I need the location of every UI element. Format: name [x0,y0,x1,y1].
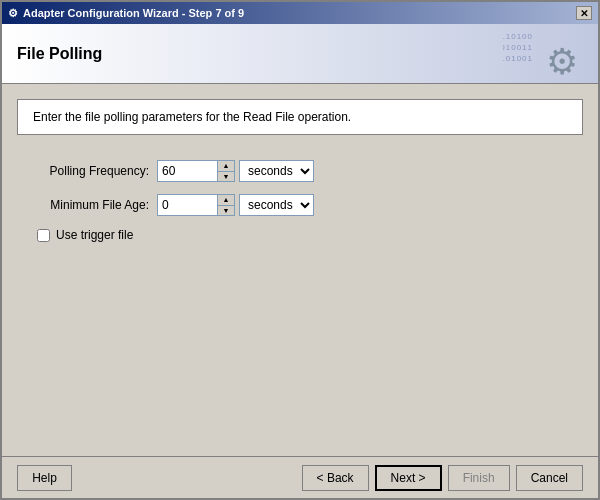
min-file-age-spinner: ▲ ▼ [157,194,235,216]
form-area: Polling Frequency: ▲ ▼ seconds minutes h… [17,155,583,247]
polling-frequency-row: Polling Frequency: ▲ ▼ seconds minutes h… [27,160,573,182]
wizard-window: ⚙ Adapter Configuration Wizard - Step 7 … [0,0,600,500]
title-bar: ⚙ Adapter Configuration Wizard - Step 7 … [2,2,598,24]
polling-frequency-label: Polling Frequency: [27,164,157,178]
next-button[interactable]: Next > [375,465,442,491]
polling-frequency-down-button[interactable]: ▼ [218,172,234,182]
footer: Help < Back Next > Finish Cancel [2,456,598,498]
header-band: File Polling 01010100110100 010011010100… [2,24,598,84]
binary-decoration: 01010100110100 01001101010011 1010011010… [503,31,533,65]
content-area: Enter the file polling parameters for th… [2,84,598,456]
finish-button: Finish [448,465,510,491]
min-file-age-row: Minimum File Age: ▲ ▼ seconds minutes ho… [27,194,573,216]
polling-frequency-input-group: ▲ ▼ seconds minutes hours [157,160,314,182]
back-button[interactable]: < Back [302,465,369,491]
description-box: Enter the file polling parameters for th… [17,99,583,135]
polling-frequency-spinner: ▲ ▼ [157,160,235,182]
polling-frequency-up-button[interactable]: ▲ [218,161,234,172]
min-file-age-label: Minimum File Age: [27,198,157,212]
window-title: Adapter Configuration Wizard - Step 7 of… [23,7,244,19]
title-bar-icon: ⚙ [8,7,18,20]
min-file-age-unit-select[interactable]: seconds minutes hours [239,194,314,216]
min-file-age-down-button[interactable]: ▼ [218,206,234,216]
min-file-age-up-button[interactable]: ▲ [218,195,234,206]
footer-right: < Back Next > Finish Cancel [302,465,583,491]
help-button[interactable]: Help [17,465,72,491]
footer-left: Help [17,465,72,491]
min-file-age-input[interactable] [158,195,218,215]
polling-frequency-spinner-col: ▲ ▼ [218,161,234,181]
use-trigger-checkbox[interactable] [37,229,50,242]
header-graphic: 01010100110100 01001101010011 1010011010… [503,26,583,81]
min-file-age-spinner-col: ▲ ▼ [218,195,234,215]
description-text: Enter the file polling parameters for th… [33,110,351,124]
polling-frequency-input[interactable] [158,161,218,181]
page-title: File Polling [17,45,102,63]
title-bar-content: ⚙ Adapter Configuration Wizard - Step 7 … [8,7,244,20]
polling-frequency-unit-select[interactable]: seconds minutes hours [239,160,314,182]
use-trigger-row: Use trigger file [27,228,573,242]
min-file-age-input-group: ▲ ▼ seconds minutes hours [157,194,314,216]
gear-icon: ⚙ [546,41,578,81]
use-trigger-label[interactable]: Use trigger file [56,228,133,242]
cancel-button[interactable]: Cancel [516,465,583,491]
close-button[interactable]: ✕ [576,6,592,20]
